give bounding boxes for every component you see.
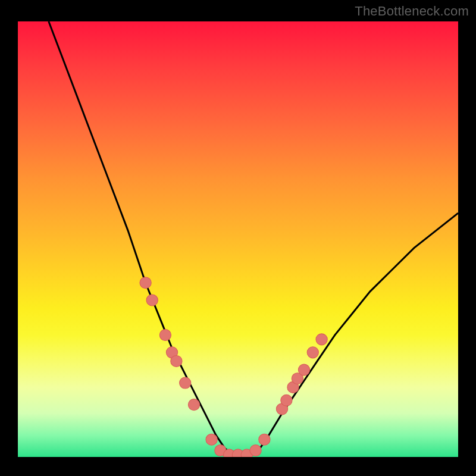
bottleneck-curve <box>49 21 458 455</box>
svg-point-12 <box>250 445 261 456</box>
svg-point-18 <box>298 364 309 375</box>
highlight-markers <box>140 277 327 457</box>
svg-point-6 <box>188 399 199 411</box>
svg-point-20 <box>316 334 327 345</box>
svg-point-1 <box>146 295 158 306</box>
attribution-label: TheBottleneck.com <box>355 4 469 19</box>
svg-point-2 <box>159 330 171 341</box>
svg-point-5 <box>180 377 191 389</box>
svg-point-0 <box>140 277 151 289</box>
svg-point-19 <box>307 347 318 358</box>
svg-point-13 <box>259 434 270 445</box>
svg-point-15 <box>281 394 292 406</box>
chart-frame: TheBottleneck.com <box>0 0 476 476</box>
plot-area <box>18 21 458 457</box>
svg-point-4 <box>171 355 182 367</box>
bottleneck-curve-svg <box>18 21 458 457</box>
svg-point-7 <box>206 434 217 445</box>
